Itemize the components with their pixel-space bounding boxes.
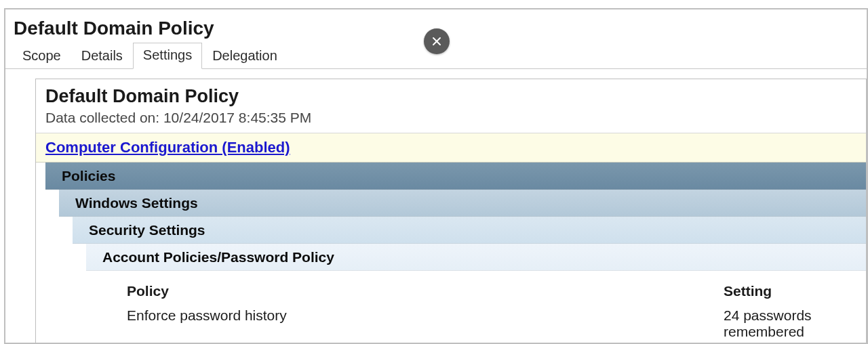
- section-computer-config[interactable]: Computer Configuration (Enabled): [36, 133, 866, 163]
- section-windows-settings-label: Windows Settings: [75, 195, 198, 211]
- cell-policy: Enforce password history: [127, 307, 724, 340]
- report-title: Default Domain Policy: [45, 86, 856, 107]
- settings-report: Default Domain Policy Data collected on:…: [35, 79, 867, 344]
- section-windows-settings[interactable]: Windows Settings: [59, 190, 866, 217]
- report-collected: Data collected on: 10/24/2017 8:45:35 PM: [45, 110, 856, 126]
- tab-details[interactable]: Details: [71, 43, 133, 69]
- section-policies-label: Policies: [62, 168, 115, 184]
- report-collected-prefix: Data collected on:: [45, 110, 163, 125]
- password-policy-table: Policy Setting Enforce password history …: [127, 271, 866, 344]
- column-header-policy: Policy: [127, 283, 724, 299]
- report-collected-at: 10/24/2017 8:45:35 PM: [163, 110, 311, 125]
- cell-setting: 24 passwords remembered: [724, 307, 866, 340]
- policy-panel: Default Domain Policy Scope Details Sett…: [4, 8, 868, 344]
- table-header-row: Policy Setting: [127, 279, 866, 303]
- tab-delegation[interactable]: Delegation: [202, 43, 288, 69]
- section-account-password-policy-label: Account Policies/Password Policy: [102, 249, 334, 265]
- section-security-settings[interactable]: Security Settings: [73, 217, 866, 244]
- section-policies[interactable]: Policies: [45, 163, 866, 190]
- tab-settings[interactable]: Settings: [133, 43, 202, 69]
- section-account-password-policy[interactable]: Account Policies/Password Policy: [86, 244, 866, 271]
- section-computer-config-label[interactable]: Computer Configuration (Enabled): [45, 139, 290, 156]
- table-row: Enforce password history 24 passwords re…: [127, 303, 866, 344]
- report-header: Default Domain Policy Data collected on:…: [36, 79, 866, 133]
- section-security-settings-label: Security Settings: [89, 222, 205, 238]
- column-header-setting: Setting: [724, 283, 866, 299]
- close-icon[interactable]: [424, 28, 450, 54]
- tab-scope[interactable]: Scope: [12, 43, 71, 69]
